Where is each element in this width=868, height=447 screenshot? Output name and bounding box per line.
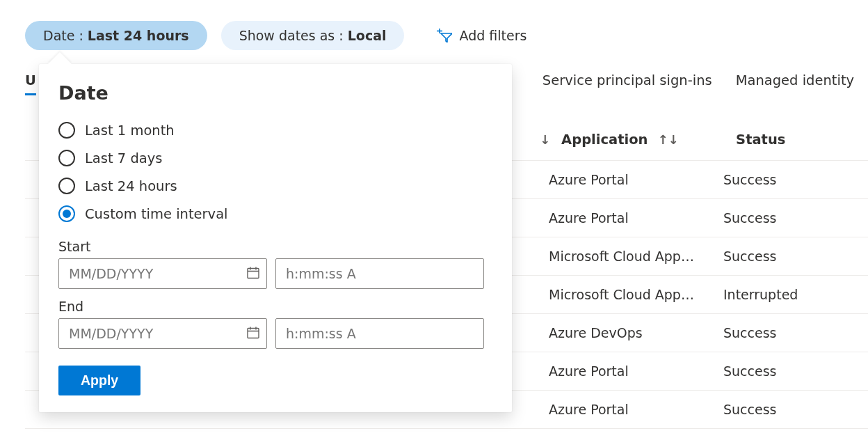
cell-application: Azure Portal [549,402,707,417]
end-date-input[interactable] [58,318,267,349]
cell-application: Microsoft Cloud App… [549,249,707,264]
apply-button[interactable]: Apply [58,366,140,395]
calendar-icon[interactable] [246,326,260,342]
cell-status: Success [723,402,862,417]
cell-status: Success [723,325,862,340]
end-label: End [58,299,492,314]
cell-status: Success [723,172,862,187]
column-header-application[interactable]: Application ↑↓ [561,132,719,148]
radio-icon [58,150,75,166]
calendar-icon[interactable] [246,266,260,282]
add-filters-label: Add filters [459,28,527,43]
end-date-input-wrap [58,318,267,349]
date-filter-pill[interactable]: Date : Last 24 hours [25,21,207,50]
radio-label: Last 24 hours [85,178,177,194]
tab-managed-identity[interactable]: Managed identity [736,72,854,95]
start-label: Start [58,239,492,254]
sort-icon: ↑↓ [657,132,678,147]
radio-last-7-days[interactable]: Last 7 days [58,144,492,172]
date-range-radio-group: Last 1 month Last 7 days Last 24 hours C… [58,116,492,228]
start-date-input[interactable] [58,258,267,289]
tab-user[interactable]: U [25,72,36,95]
date-filter-prefix: Date : [43,28,83,43]
cell-status: Success [723,363,862,379]
tab-service-principal[interactable]: Service principal sign-ins [542,72,712,95]
sort-down-icon[interactable]: ↓ [540,132,550,147]
radio-icon [58,178,75,194]
column-header-status-label: Status [736,132,785,148]
cell-application: Azure Portal [549,363,707,379]
cell-status: Success [723,249,862,264]
date-filter-popover: Date Last 1 month Last 7 days Last 24 ho… [39,64,512,412]
date-filter-value: Last 24 hours [88,28,189,43]
start-time-input[interactable] [275,258,484,289]
cell-application: Azure Portal [549,210,707,226]
start-date-input-wrap [58,258,267,289]
svg-rect-11 [248,329,259,338]
radio-last-1-month[interactable]: Last 1 month [58,116,492,144]
popover-title: Date [58,82,492,104]
radio-label: Last 7 days [85,150,162,166]
start-field-row [58,258,492,289]
filter-icon [437,29,452,45]
cell-status: Interrupted [723,287,862,302]
end-time-input[interactable] [275,318,484,349]
add-filters-button[interactable]: Add filters [418,19,545,52]
column-header-status[interactable]: Status [736,132,861,148]
radio-custom-time-interval[interactable]: Custom time interval [58,200,492,228]
show-dates-pill[interactable]: Show dates as : Local [221,21,405,50]
cell-application: Azure DevOps [549,325,707,340]
cell-application: Azure Portal [549,172,707,187]
column-header-application-label: Application [561,132,648,148]
radio-last-24-hours[interactable]: Last 24 hours [58,172,492,200]
radio-icon [58,205,75,222]
start-time-input-wrap [275,258,484,289]
end-time-input-wrap [275,318,484,349]
radio-label: Last 1 month [85,123,175,139]
filter-bar: Date : Last 24 hours Show dates as : Loc… [0,0,868,52]
svg-rect-2 [248,269,259,279]
end-field-row [58,318,492,349]
cell-application: Microsoft Cloud App… [549,287,707,302]
cell-status: Success [723,210,862,226]
show-dates-value: Local [348,28,387,43]
show-dates-prefix: Show dates as : [239,28,344,43]
radio-icon [58,122,75,139]
radio-label: Custom time interval [85,206,228,222]
